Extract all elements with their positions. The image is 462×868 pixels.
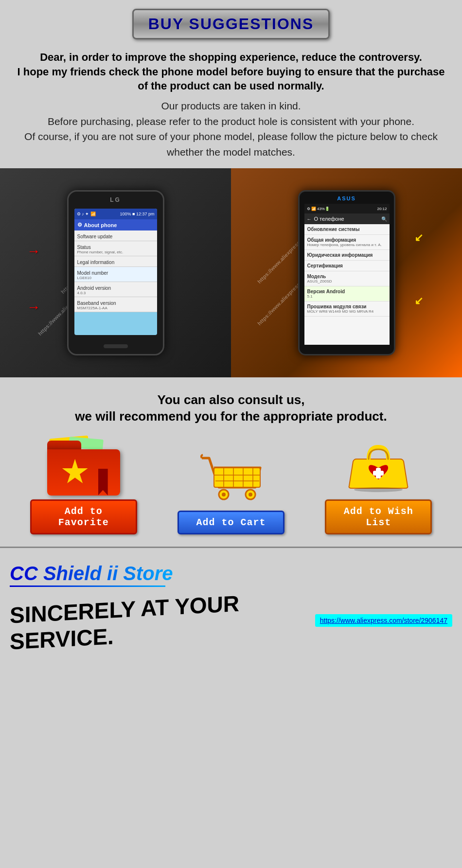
consult-section: You can also consult us,we will recommen… <box>0 382 462 432</box>
lg-phone-mockup: LG ⚙ ♪ ✦ 📶 100% ■ 12:37 pm ⚙ About phone… <box>67 190 164 355</box>
add-to-cart-button[interactable]: Add to Cart <box>178 511 284 534</box>
asus-phone-image: ↙ ↙ https://www.aliexpress.com/store/290… <box>231 168 462 377</box>
lg-phone-image: → → https://www.aliexpress.com/store/290… <box>0 168 231 377</box>
footer-bottom: SiNCERELY At YOUR SERVICE. https://www.a… <box>10 594 452 647</box>
folder-body <box>47 449 120 496</box>
page-wrapper: BUY SUGGESTIONS Dear, in order to improv… <box>0 0 462 654</box>
svg-point-13 <box>354 487 403 492</box>
asus-update: Обновление системы <box>304 224 390 235</box>
bag-icon <box>339 437 417 496</box>
svg-point-10 <box>249 493 252 496</box>
cart-icon <box>192 448 270 507</box>
lg-software-update: Software update <box>74 230 157 241</box>
header-section: BUY SUGGESTIONS <box>0 0 462 44</box>
lg-screen: ⚙ ♪ ✦ 📶 100% ■ 12:37 pm ⚙ About phone So… <box>74 209 157 335</box>
lg-legal: Legal information <box>74 256 157 267</box>
asus-nav-bar: ← О телефоне 🔍 <box>304 213 390 224</box>
folder-tab <box>47 441 81 449</box>
cart-svg <box>197 451 265 504</box>
add-to-favorite-button[interactable]: Add to Favorite <box>30 499 137 534</box>
lg-status-bar: ⚙ ♪ ✦ 📶 100% ■ 12:37 pm <box>74 209 157 219</box>
asus-firmware: Прошивка модуля связи MOLY WR8 W1449 MD … <box>304 301 390 317</box>
bag-svg <box>344 440 412 493</box>
page-title: BUY SUGGESTIONS <box>148 15 314 33</box>
title-badge: BUY SUGGESTIONS <box>132 9 330 39</box>
sincerely-line: SiNCERELY At YOUR SERVICE. <box>10 590 239 654</box>
store-underline <box>10 585 165 587</box>
svg-point-8 <box>222 493 226 496</box>
asus-brand-logo: ASUS <box>337 195 356 201</box>
lg-brand-logo: LG <box>110 196 121 203</box>
add-to-wishlist-button[interactable]: Add to Wish List <box>325 499 432 534</box>
lg-home-button <box>104 344 128 348</box>
sincerely-text: SiNCERELY At YOUR SERVICE. <box>10 586 315 655</box>
intro-normal-text: Our products are taken in kind.Before pu… <box>15 98 447 159</box>
asus-screen: ⚙ 📶 43%🔋 20:12 ← О телефоне 🔍 Обновление… <box>304 204 390 345</box>
lg-icons: ⚙ ♪ ✦ 📶 <box>77 212 96 216</box>
red-arrow-1: → <box>27 244 40 259</box>
lg-about-title: ⚙ About phone <box>74 219 157 230</box>
divider <box>0 547 462 548</box>
phone-images-section: → → https://www.aliexpress.com/store/290… <box>0 168 462 377</box>
asus-cert: Сертификация <box>304 261 390 271</box>
wishlist-action: Add to Wish List <box>315 437 442 534</box>
svg-rect-12 <box>373 471 384 476</box>
action-section: Add to Favorite <box>0 432 462 537</box>
intro-section: Dear, in order to improve the shopping e… <box>0 44 462 163</box>
consult-text: You can also consult us,we will recommen… <box>10 392 452 425</box>
store-name: CC Shield ii Store <box>10 563 173 585</box>
yellow-arrow-1: ↙ <box>414 231 423 244</box>
folder-star <box>62 459 89 486</box>
yellow-arrow-2: ↙ <box>414 295 423 307</box>
asus-legal: Юридическая информация <box>304 250 390 261</box>
asus-phone-mockup: ASUS ⚙ 📶 43%🔋 20:12 ← О телефоне 🔍 Обнов… <box>298 190 395 355</box>
lg-time: 100% ■ 12:37 pm <box>120 212 155 216</box>
cart-action: Add to Cart <box>168 448 294 534</box>
asus-model: Модель ASUS_Z00SD <box>304 271 390 286</box>
folder-icon <box>45 437 123 496</box>
lg-android: Android version 4.0.3 <box>74 282 157 297</box>
folder-bookmark <box>98 469 108 496</box>
asus-status-bar: ⚙ 📶 43%🔋 20:12 <box>304 204 390 213</box>
asus-android: Версия Android 5.1 <box>304 286 390 301</box>
intro-bold-text: Dear, in order to improve the shopping e… <box>15 50 447 93</box>
asus-general: Общая информация Номер телефона, уровень… <box>304 235 390 250</box>
store-link[interactable]: https://www.aliexpress.com/store/2906147 <box>315 614 452 627</box>
red-arrow-2: → <box>27 300 40 315</box>
footer-section: CC Shield ii Store SiNCERELY At YOUR SER… <box>0 553 462 654</box>
lg-model: Model number LGE610 <box>74 267 157 282</box>
lg-baseband: Baseband version MSM7225A-1-AA <box>74 297 157 312</box>
favorite-action: Add to Favorite <box>20 437 147 534</box>
lg-status: Status Phone number, signal, etc. <box>74 241 157 256</box>
